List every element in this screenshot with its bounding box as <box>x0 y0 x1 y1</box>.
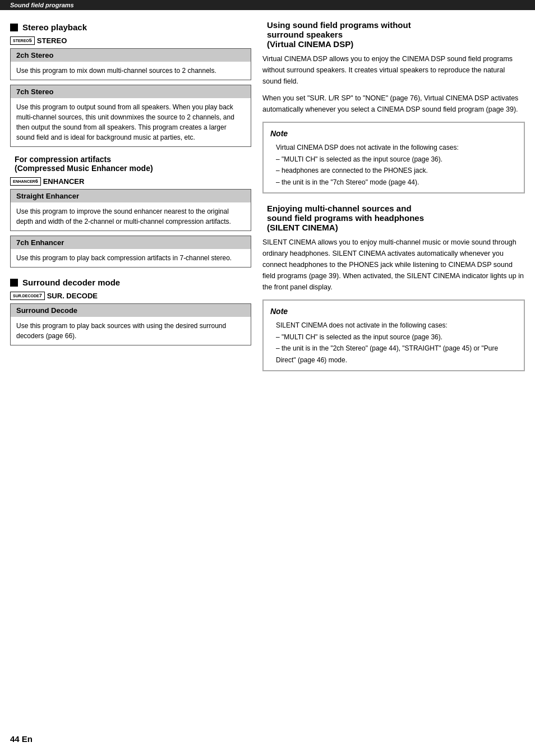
7ch-enhancer-title: 7ch Enhancer <box>11 236 251 249</box>
7ch-stereo-title-text: 7ch Stereo <box>16 87 53 96</box>
7ch-stereo-body: Use this program to output sound from al… <box>11 98 251 146</box>
note1-items: Virtual CINEMA DSP does not activate in … <box>276 142 517 188</box>
page-number: 44 En <box>10 734 33 744</box>
7ch-enhancer-body-text: Use this program to play back compressio… <box>16 254 232 262</box>
top-banner: Sound field programs <box>0 0 535 10</box>
right-column: Using sound field programs without surro… <box>262 17 525 378</box>
straight-enhancer-title-text: Straight Enhancer <box>16 192 79 200</box>
surround-decode-title-text: Surround Decode <box>16 306 77 315</box>
note2-title: Note <box>270 305 517 317</box>
enhancer-badge-main-label: ENHANCER <box>43 177 85 186</box>
stereo-badge-main-label: STEREO <box>37 36 67 45</box>
surround-decode-box: Surround Decode Use this program to play… <box>10 303 251 345</box>
7ch-enhancer-body: Use this program to play back compressio… <box>11 249 251 267</box>
note1-title: Note <box>270 127 517 140</box>
note2-item-1: – "MULTI CH" is selected as the input so… <box>276 331 517 343</box>
sur-decode-icon-badge: SUR.DECODE7 <box>10 292 45 300</box>
straight-enhancer-box: Straight Enhancer Use this program to im… <box>10 189 251 231</box>
note1-item-1: – "MULTI CH" is selected as the input so… <box>276 154 517 165</box>
7ch-enhancer-title-text: 7ch Enhancer <box>16 238 64 247</box>
sur-decode-badge-row: SUR.DECODE7 SUR. DECODE <box>10 292 251 300</box>
note1-box: Note Virtual CINEMA DSP does not activat… <box>262 122 525 193</box>
surround-decode-body-text: Use this program to play back sources wi… <box>16 322 226 340</box>
enhancer-badge-row: ENHANCER6 ENHANCER <box>10 177 251 186</box>
surround-section-heading: Surround decoder mode <box>10 278 251 287</box>
virtual-heading-line1: Using sound field programs without <box>267 20 411 30</box>
stereo-badge-row: STEREO5 STEREO <box>10 36 251 45</box>
2ch-stereo-box: 2ch Stereo Use this program to mix down … <box>10 48 251 80</box>
silent-body1-text: SILENT CINEMA allows you to enjoy multi-… <box>262 238 524 291</box>
stereo-heading-text: Stereo playback <box>22 22 87 32</box>
virtual-section-heading: Using sound field programs without surro… <box>262 20 525 49</box>
2ch-stereo-title: 2ch Stereo <box>11 49 251 62</box>
virtual-body1: Virtual CINEMA DSP allows you to enjoy t… <box>262 53 525 87</box>
content-area: Stereo playback STEREO5 STEREO 2ch Stere… <box>0 10 535 389</box>
surround-decode-title: Surround Decode <box>11 304 251 317</box>
sur-decode-badge-main-label: SUR. DECODE <box>47 292 98 300</box>
enhancer-icon-badge: ENHANCER6 <box>10 177 41 186</box>
surround-heading-text: Surround decoder mode <box>22 278 120 287</box>
straight-enhancer-body-text: Use this program to improve the sound en… <box>16 208 231 225</box>
note2-items: SILENT CINEMA does not activate in the f… <box>276 320 517 366</box>
2ch-stereo-body-text: Use this program to mix down multi-chann… <box>16 67 216 75</box>
note2-item-0: SILENT CINEMA does not activate in the f… <box>276 320 517 331</box>
note1-item-3: – the unit is in the "7ch Stereo" mode (… <box>276 177 517 188</box>
compression-section-heading: For compression artifacts (Compressed Mu… <box>10 155 251 173</box>
7ch-stereo-body-text: Use this program to output sound from al… <box>16 103 234 141</box>
virtual-heading-line2: surround speakers <box>267 30 343 39</box>
straight-enhancer-body: Use this program to improve the sound en… <box>11 202 251 231</box>
7ch-stereo-title: 7ch Stereo <box>11 85 251 98</box>
virtual-body2-text: When you set "SUR. L/R SP" to "NONE" (pa… <box>262 94 518 113</box>
note2-item-2: – the unit is in the "2ch Stereo" (page … <box>276 343 517 366</box>
straight-enhancer-title: Straight Enhancer <box>11 190 251 202</box>
virtual-body1-text: Virtual CINEMA DSP allows you to enjoy t… <box>262 55 513 85</box>
silent-heading-text: Enjoying multi-channel sources and sound… <box>267 204 424 232</box>
note2-box: Note SILENT CINEMA does not activate in … <box>262 299 525 371</box>
virtual-heading-text: Using sound field programs without surro… <box>267 20 411 49</box>
compression-line1: For compression artifacts <box>15 155 111 164</box>
stereo-bullet-icon <box>10 24 18 31</box>
page: Sound field programs Stereo playback STE… <box>0 0 535 756</box>
silent-body1: SILENT CINEMA allows you to enjoy multi-… <box>262 237 525 293</box>
7ch-stereo-box: 7ch Stereo Use this program to output so… <box>10 85 251 147</box>
compression-line2: (Compressed Music Enhancer mode) <box>15 164 153 173</box>
silent-heading-line2: sound field programs with headphones <box>267 213 424 223</box>
7ch-enhancer-box: 7ch Enhancer Use this program to play ba… <box>10 236 251 268</box>
banner-text: Sound field programs <box>10 2 74 8</box>
silent-section-heading: Enjoying multi-channel sources and sound… <box>262 204 525 232</box>
note1-item-2: – headphones are connected to the PHONES… <box>276 165 517 176</box>
note1-item-0: Virtual CINEMA DSP does not activate in … <box>276 142 517 153</box>
left-column: Stereo playback STEREO5 STEREO 2ch Stere… <box>10 17 251 378</box>
virtual-body2: When you set "SUR. L/R SP" to "NONE" (pa… <box>262 93 525 115</box>
2ch-stereo-body: Use this program to mix down multi-chann… <box>11 62 251 80</box>
compression-heading-text: For compression artifacts (Compressed Mu… <box>15 155 153 173</box>
stereo-section-heading: Stereo playback <box>10 22 251 32</box>
surround-decode-body: Use this program to play back sources wi… <box>11 317 251 345</box>
surround-bullet-icon <box>10 279 18 287</box>
silent-heading-line1: Enjoying multi-channel sources and <box>267 204 412 213</box>
2ch-stereo-title-text: 2ch Stereo <box>16 51 53 59</box>
silent-heading-line3: (SILENT CINEMA) <box>267 223 338 232</box>
virtual-heading-line3: (Virtual CINEMA DSP) <box>267 39 353 49</box>
stereo-icon-badge: STEREO5 <box>10 36 35 45</box>
